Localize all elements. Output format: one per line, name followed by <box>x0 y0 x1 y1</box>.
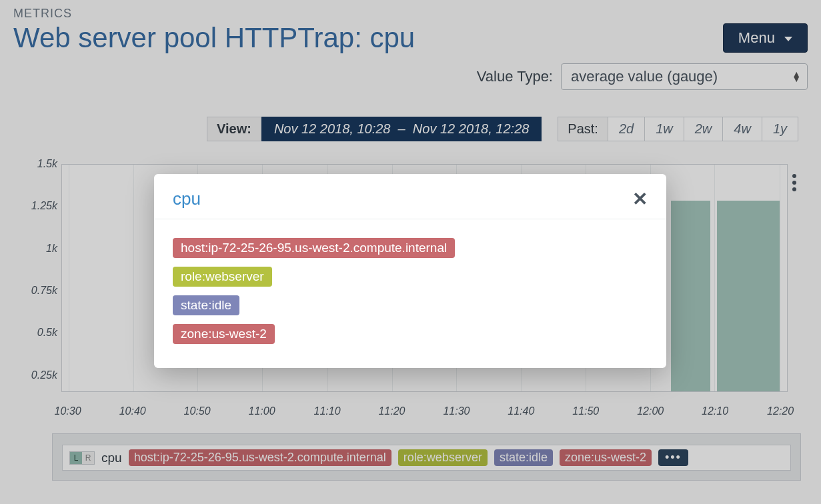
gridline <box>69 165 69 391</box>
chevron-down-icon <box>784 37 792 41</box>
chart-menu-button[interactable] <box>785 169 804 196</box>
modal-tag-host[interactable]: host:ip-72-25-26-95.us-west-2.compute.in… <box>173 238 455 258</box>
modal-title: cpu <box>173 189 201 209</box>
x-tick: 12:10 <box>702 405 728 417</box>
axis-side-toggle[interactable]: L R <box>69 451 95 465</box>
title-row: Web server pool HTTPTrap: cpu Menu <box>13 22 808 54</box>
x-tick: 10:30 <box>55 405 81 417</box>
x-tick: 10:40 <box>119 405 146 417</box>
y-axis: 1.5k 1.25k 1k 0.75k 0.5k 0.25k <box>13 164 61 417</box>
gridline <box>133 165 134 391</box>
controls-row: View: Nov 12 2018, 10:28 – Nov 12 2018, … <box>13 117 808 141</box>
breadcrumb[interactable]: METRICS <box>13 7 808 21</box>
modal-body: host:ip-72-25-26-95.us-west-2.compute.in… <box>154 219 666 368</box>
legend-tag-zone[interactable]: zone:us-west-2 <box>560 449 652 466</box>
legend-row[interactable]: L R cpu host:ip-72-25-26-95.us-west-2.co… <box>62 445 791 471</box>
x-tick: 10:50 <box>184 405 211 417</box>
view-group: View: Nov 12 2018, 10:28 – Nov 12 2018, … <box>207 117 542 141</box>
x-tick: 11:20 <box>378 405 405 417</box>
y-tick: 1.25k <box>31 200 57 212</box>
value-type-label: Value Type: <box>477 68 553 85</box>
past-label: Past: <box>558 117 608 141</box>
x-tick: 11:00 <box>249 405 275 417</box>
y-tick: 1k <box>46 243 57 255</box>
legend-panel: L R cpu host:ip-72-25-26-95.us-west-2.co… <box>52 433 801 481</box>
chart-bar[interactable] <box>671 201 710 391</box>
legend-tag-host[interactable]: host:ip-72-25-26-95.us-west-2.compute.in… <box>129 449 391 466</box>
chart-bar[interactable] <box>717 201 780 391</box>
past-option-1w[interactable]: 1w <box>645 117 684 141</box>
legend-tag-state[interactable]: state:idle <box>494 449 553 466</box>
modal-tag-role[interactable]: role:webserver <box>173 267 272 287</box>
gridline <box>780 165 780 391</box>
modal-tag-zone[interactable]: zone:us-west-2 <box>173 324 275 344</box>
menu-button-label: Menu <box>738 29 775 46</box>
view-label: View: <box>207 117 261 141</box>
view-range[interactable]: Nov 12 2018, 10:28 – Nov 12 2018, 12:28 <box>261 117 542 141</box>
value-type-selected[interactable]: average value (gauge) <box>561 63 808 90</box>
close-icon[interactable]: ✕ <box>632 190 648 209</box>
x-tick: 12:00 <box>637 405 664 417</box>
page-title: Web server pool HTTPTrap: cpu <box>13 22 415 54</box>
legend-more-button[interactable]: ••• <box>658 449 688 466</box>
legend-tag-role[interactable]: role:webserver <box>398 449 488 466</box>
y-tick: 0.5k <box>37 327 57 339</box>
past-option-2d[interactable]: 2d <box>608 117 645 141</box>
legend-metric-name: cpu <box>101 451 122 465</box>
past-option-4w[interactable]: 4w <box>723 117 762 141</box>
menu-button[interactable]: Menu <box>723 23 808 53</box>
modal-header: cpu ✕ <box>154 174 666 219</box>
x-tick: 11:40 <box>508 405 534 417</box>
view-range-start: Nov 12 2018, 10:28 <box>274 121 391 136</box>
past-group: Past: 2d 1w 2w 4w 1y <box>558 117 798 141</box>
modal-tag-state[interactable]: state:idle <box>173 295 239 315</box>
x-tick: 11:10 <box>314 405 341 417</box>
axis-side-left[interactable]: L <box>70 452 82 464</box>
past-option-2w[interactable]: 2w <box>684 117 724 141</box>
x-tick: 11:30 <box>443 405 470 417</box>
value-type-row: Value Type: average value (gauge) ▲▼ <box>13 63 808 90</box>
y-tick: 0.25k <box>31 369 57 381</box>
gridline <box>714 165 715 391</box>
axis-side-right[interactable]: R <box>82 452 94 464</box>
y-tick: 0.75k <box>31 285 57 297</box>
y-tick: 1.5k <box>37 158 57 170</box>
x-tick: 11:50 <box>572 405 599 417</box>
past-option-1y[interactable]: 1y <box>762 117 798 141</box>
tags-modal: cpu ✕ host:ip-72-25-26-95.us-west-2.comp… <box>154 174 666 368</box>
view-range-end: Nov 12 2018, 12:28 <box>413 121 530 136</box>
x-tick: 12:20 <box>767 405 794 417</box>
value-type-select[interactable]: average value (gauge) ▲▼ <box>561 63 808 90</box>
x-axis: 10:30 10:40 10:50 11:00 11:10 11:20 11:3… <box>61 397 788 417</box>
page-root: METRICS Web server pool HTTPTrap: cpu Me… <box>0 0 821 504</box>
updown-icon: ▲▼ <box>792 72 801 81</box>
